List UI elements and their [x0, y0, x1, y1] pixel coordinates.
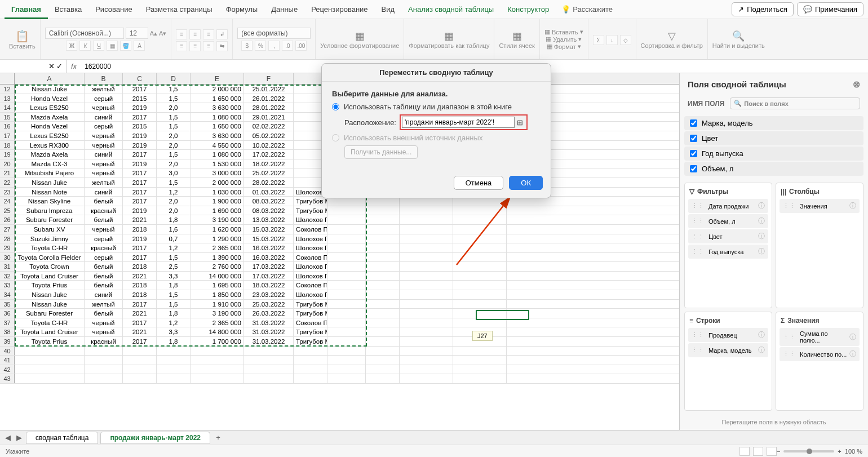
row-header[interactable]: 16	[0, 122, 15, 131]
cell[interactable]	[453, 243, 507, 252]
cell[interactable]: 18.02.2022	[244, 159, 294, 168]
cell[interactable]	[453, 234, 507, 243]
cell[interactable]: Honda Vezel	[15, 122, 85, 131]
cell[interactable]: черный	[85, 225, 123, 234]
cancel-formula-icon[interactable]: ✕	[48, 62, 55, 70]
cell[interactable]	[15, 347, 85, 356]
tab-review[interactable]: Рецензирование	[304, 0, 374, 19]
field-item[interactable]: Год выпуска	[684, 147, 863, 161]
column-header[interactable]: A	[15, 73, 85, 85]
cell[interactable]: 2021	[123, 215, 157, 224]
cell[interactable]	[366, 206, 400, 215]
column-header[interactable]: D	[157, 73, 191, 85]
cell[interactable]	[453, 262, 507, 271]
radio-use-range[interactable]	[332, 103, 339, 110]
cell[interactable]: 1 390 000	[191, 253, 244, 262]
cell[interactable]	[400, 206, 453, 215]
cell[interactable]: 2017	[123, 318, 157, 327]
merge-icon[interactable]: ⇆	[216, 41, 228, 51]
cell[interactable]: 15.03.2022	[244, 225, 294, 234]
cell[interactable]: 2017	[123, 150, 157, 159]
row-header[interactable]: 13	[0, 94, 15, 103]
cell[interactable]: 31.03.2022	[244, 337, 294, 346]
cell[interactable]: 2018	[123, 281, 157, 290]
font-color-button[interactable]: A	[134, 41, 145, 51]
cell[interactable]: Toyota Land Cruiser	[15, 272, 85, 281]
cell[interactable]: черный	[85, 318, 123, 327]
row-header[interactable]: 34	[0, 290, 15, 299]
cell[interactable]	[400, 337, 453, 346]
cell[interactable]: 2,0	[157, 197, 191, 206]
cell[interactable]: 1 080 000	[191, 150, 244, 159]
cell[interactable]: черный	[85, 168, 123, 178]
cell[interactable]	[400, 234, 453, 243]
cell[interactable]: 1,8	[157, 281, 191, 290]
cell[interactable]: 17.03.2022	[244, 272, 294, 281]
cell[interactable]: Mitsubishi Pajero	[15, 168, 85, 178]
row-header[interactable]: 35	[0, 300, 15, 309]
values-area[interactable]: ΣЗначения ⋮⋮Сумма по полю...ⓘ⋮⋮Количеств…	[776, 312, 863, 411]
cell[interactable]: Шолохов Г.	[294, 272, 327, 281]
cell[interactable]: 31.03.2022	[244, 327, 294, 336]
cell[interactable]: красный	[85, 243, 123, 252]
cell[interactable]	[123, 356, 157, 365]
cell[interactable]	[453, 215, 507, 224]
cell[interactable]: Шолохов Г.	[294, 243, 327, 252]
cell[interactable]	[327, 243, 366, 252]
cell[interactable]: 2 000 000	[191, 178, 244, 187]
increase-font-icon[interactable]: A▴	[150, 30, 157, 37]
inc-decimal-icon[interactable]: .0	[282, 41, 293, 51]
cell[interactable]	[366, 318, 400, 327]
row-header[interactable]: 14	[0, 103, 15, 112]
cell[interactable]: красный	[85, 337, 123, 346]
align-top-icon[interactable]: ≡	[176, 29, 187, 39]
cell[interactable]: 2017	[123, 337, 157, 346]
cell[interactable]	[294, 374, 327, 383]
cell[interactable]: Тригубов М.	[294, 327, 327, 336]
field-item[interactable]: Объем, л	[684, 162, 863, 176]
as-table-group[interactable]: ▦ Форматировать как таблицу	[404, 19, 494, 59]
cell[interactable]: 18.03.2022	[244, 281, 294, 290]
cell[interactable]: 1 620 000	[191, 225, 244, 234]
cell[interactable]: 3,0	[157, 168, 191, 178]
cell[interactable]: 1 530 000	[191, 159, 244, 168]
cell[interactable]: 31.03.2022	[244, 318, 294, 327]
cell[interactable]: 14 000 000	[191, 272, 244, 281]
cell[interactable]: Lexus ES250	[15, 103, 85, 112]
cell[interactable]	[366, 374, 400, 383]
cell[interactable]: 2,0	[157, 159, 191, 168]
dec-decimal-icon[interactable]: .00	[295, 41, 307, 51]
cell[interactable]: 2015	[123, 94, 157, 103]
cell[interactable]: Соколов П.	[294, 225, 327, 234]
cell[interactable]: 02.02.2022	[244, 122, 294, 131]
cell[interactable]	[123, 347, 157, 356]
cell[interactable]: 3,3	[157, 327, 191, 336]
cell[interactable]	[123, 365, 157, 374]
cell[interactable]: 2018	[123, 262, 157, 271]
cell[interactable]: 2019	[123, 234, 157, 243]
cell[interactable]: Шолохов Г.	[294, 262, 327, 271]
cell[interactable]: 1,2	[157, 188, 191, 197]
cell[interactable]: 16.03.2022	[244, 253, 294, 262]
row-header[interactable]: 20	[0, 159, 15, 168]
row-header[interactable]: 36	[0, 309, 15, 318]
cell[interactable]	[327, 327, 366, 336]
cell[interactable]: 13.03.2022	[244, 215, 294, 224]
cell[interactable]	[400, 225, 453, 234]
area-field-item[interactable]: ⋮⋮Количество по...ⓘ	[780, 347, 860, 361]
cell[interactable]	[400, 253, 453, 262]
autosum-icon[interactable]: Σ	[593, 35, 604, 45]
cell[interactable]: Mazda CX-3	[15, 159, 85, 168]
cell[interactable]	[327, 215, 366, 224]
italic-button[interactable]: К	[79, 41, 91, 51]
cell[interactable]	[366, 337, 400, 346]
cell[interactable]	[294, 356, 327, 365]
cell[interactable]: 1,6	[157, 225, 191, 234]
tab-draw[interactable]: Рисование	[88, 0, 139, 19]
cell[interactable]: Mazda Axela	[15, 113, 85, 122]
cell[interactable]	[453, 356, 507, 365]
cell[interactable]: белый	[85, 272, 123, 281]
cell[interactable]: белый	[85, 215, 123, 224]
cell[interactable]: Lexus RX300	[15, 141, 85, 150]
field-item[interactable]: Марка, модель	[684, 116, 863, 130]
